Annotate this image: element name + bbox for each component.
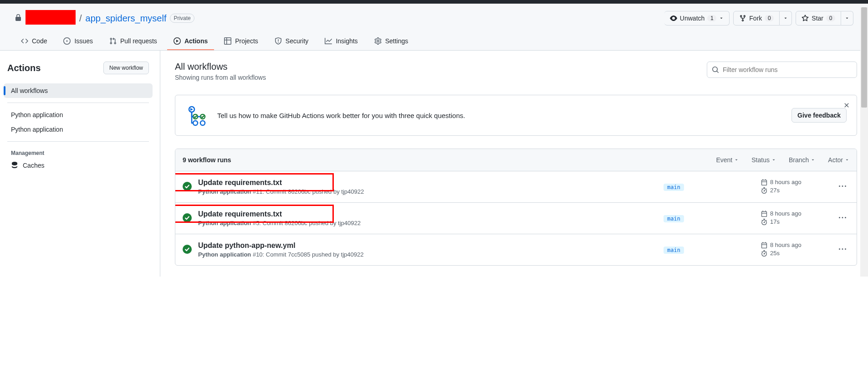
kebab-icon xyxy=(839,246,846,253)
kebab-menu[interactable] xyxy=(836,246,849,254)
feedback-banner: Tell us how to make GitHub Actions work … xyxy=(175,95,857,136)
owner-redacted xyxy=(26,10,76,25)
repo-name-link[interactable]: app_spiders_myself xyxy=(86,13,167,24)
svg-point-6 xyxy=(183,213,192,222)
chevron-down-icon xyxy=(845,158,849,162)
star-count: 0 xyxy=(826,15,835,21)
graph-icon xyxy=(325,37,332,45)
kebab-icon xyxy=(839,214,846,221)
sidebar-separator xyxy=(7,141,149,142)
sidebar-item-0[interactable]: All workflows xyxy=(4,83,153,98)
star-label: Star xyxy=(812,15,823,22)
filter-event[interactable]: Event xyxy=(716,156,739,164)
star-button[interactable]: Star 0 xyxy=(796,11,841,26)
tab-settings[interactable]: Settings xyxy=(368,33,415,50)
svg-point-3 xyxy=(193,121,198,125)
watch-count: 1 xyxy=(707,15,716,21)
code-icon xyxy=(21,37,28,45)
tab-projects[interactable]: Projects xyxy=(218,33,265,50)
chevron-down-icon xyxy=(783,16,788,21)
kebab-menu[interactable] xyxy=(836,214,849,223)
chevron-down-icon xyxy=(771,158,776,162)
top-dark-bar xyxy=(0,0,868,4)
unwatch-label: Unwatch xyxy=(680,15,705,22)
page-scrollbar[interactable] xyxy=(860,7,868,277)
fork-button[interactable]: Fork 0 xyxy=(733,11,780,26)
workflow-graph-icon xyxy=(185,104,207,126)
repo-nav-tabs: Code Issues Pull requests Actions Projec… xyxy=(15,33,853,50)
kebab-menu[interactable] xyxy=(836,183,849,191)
tab-pulls[interactable]: Pull requests xyxy=(103,33,163,50)
repo-title: / app_spiders_myself Private xyxy=(15,12,194,25)
success-icon xyxy=(183,182,192,192)
workflow-run-row[interactable]: Update python-app-new.yml Python applica… xyxy=(175,234,857,265)
search-input-wrap[interactable] xyxy=(707,62,857,78)
breadcrumb-separator: / xyxy=(79,13,82,24)
tab-actions[interactable]: Actions xyxy=(167,33,214,50)
sidebar-item-1[interactable]: Python application xyxy=(4,108,153,122)
run-title: Update requirements.txt xyxy=(198,210,657,218)
unwatch-button[interactable]: Unwatch 1 xyxy=(664,11,730,26)
visibility-badge: Private xyxy=(170,14,194,23)
give-feedback-button[interactable]: Give feedback xyxy=(791,108,847,123)
svg-point-5 xyxy=(183,182,192,191)
sidebar-separator xyxy=(7,103,149,103)
run-timing: 8 hours ago 25s xyxy=(761,242,829,258)
run-subtitle: Python application #5: Commit 86206bc pu… xyxy=(198,220,657,226)
run-subtitle: Python application #10: Commit 7cc5085 p… xyxy=(198,251,657,258)
banner-text: Tell us how to make GitHub Actions work … xyxy=(217,112,781,119)
star-caret-button[interactable] xyxy=(841,11,853,26)
run-timing: 8 hours ago 17s xyxy=(761,210,829,226)
calendar-icon xyxy=(761,179,767,185)
new-workflow-button[interactable]: New workflow xyxy=(103,62,149,74)
close-icon[interactable] xyxy=(843,102,850,110)
tab-insights[interactable]: Insights xyxy=(318,33,364,50)
sidebar-title: Actions xyxy=(7,63,41,73)
database-icon xyxy=(11,162,18,169)
eye-icon xyxy=(670,15,677,22)
filter-actor[interactable]: Actor xyxy=(828,156,849,164)
workflow-run-row[interactable]: Update requirements.txt Python applicati… xyxy=(175,171,857,203)
filter-status[interactable]: Status xyxy=(751,156,776,164)
search-icon xyxy=(712,66,719,73)
branch-pill[interactable]: main xyxy=(664,184,684,191)
workflow-runs-box: 9 workflow runs Event Status Branch Acto… xyxy=(175,149,857,266)
fork-label: Fork xyxy=(749,15,762,22)
branch-pill[interactable]: main xyxy=(664,247,684,254)
repo-actions: Unwatch 1 Fork 0 xyxy=(664,11,853,26)
search-input[interactable] xyxy=(723,66,852,73)
sidebar-management-header: Management xyxy=(4,146,153,158)
stopwatch-icon xyxy=(761,219,767,225)
gear-icon xyxy=(374,37,382,45)
success-icon xyxy=(183,213,192,224)
sidebar: Actions New workflow All workflowsPython… xyxy=(0,51,160,277)
fork-caret-button[interactable] xyxy=(780,11,792,26)
branch-pill[interactable]: main xyxy=(664,215,684,222)
git-pull-request-icon xyxy=(109,37,117,45)
sidebar-item-2[interactable]: Python application xyxy=(4,122,153,137)
kebab-icon xyxy=(839,183,846,190)
fork-icon xyxy=(739,15,746,22)
chevron-down-icon xyxy=(734,158,739,162)
star-icon xyxy=(802,15,809,22)
sidebar-item-caches[interactable]: Caches xyxy=(4,158,153,173)
fork-count: 0 xyxy=(765,15,774,21)
repo-header: / app_spiders_myself Private Unwatch 1 xyxy=(0,4,868,51)
run-timing: 8 hours ago 27s xyxy=(761,179,829,195)
issues-icon xyxy=(63,37,71,45)
run-subtitle: Python application #11: Commit 86206bc p… xyxy=(198,188,657,195)
page-subtitle: Showing runs from all workflows xyxy=(175,74,266,81)
page-title: All workflows xyxy=(175,62,266,72)
stopwatch-icon xyxy=(761,250,767,257)
workflow-run-row[interactable]: Update requirements.txt Python applicati… xyxy=(175,203,857,234)
tab-security[interactable]: Security xyxy=(268,33,315,50)
shield-icon xyxy=(275,37,282,45)
calendar-icon xyxy=(761,211,767,217)
tab-code[interactable]: Code xyxy=(15,33,53,50)
stopwatch-icon xyxy=(761,187,767,194)
tab-issues[interactable]: Issues xyxy=(57,33,99,50)
success-icon xyxy=(183,245,192,255)
svg-point-7 xyxy=(183,245,192,254)
filter-branch[interactable]: Branch xyxy=(789,156,815,164)
svg-point-4 xyxy=(200,121,205,125)
